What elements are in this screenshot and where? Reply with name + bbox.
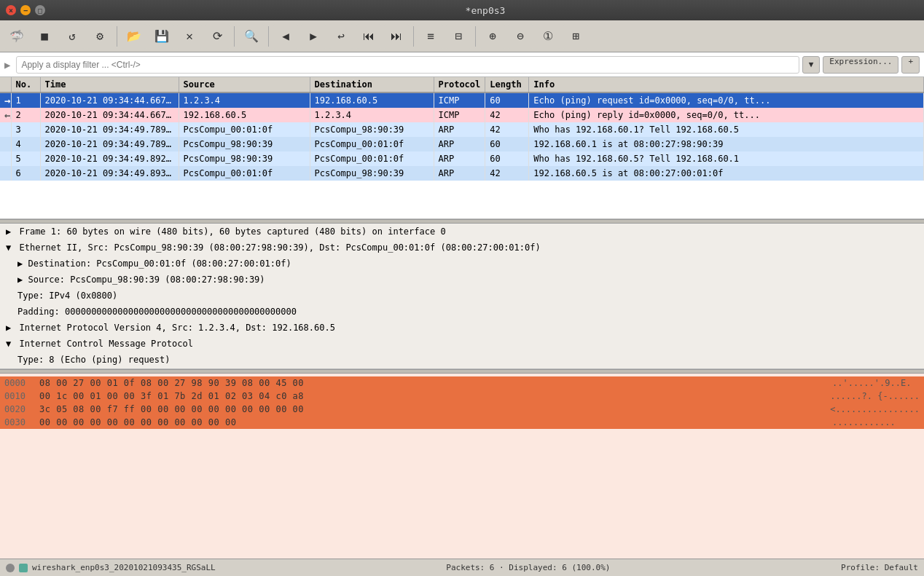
status-center: Packets: 6 · Displayed: 6 (100.0%) <box>216 563 841 572</box>
table-row[interactable]: ←22020-10-21 09:34:44.6674542...192.168.… <box>0 108 924 122</box>
hex-row: 003000 00 00 00 00 00 00 00 00 00 00 00.… <box>0 416 924 429</box>
src-cell: 1.2.3.4 <box>179 92 310 108</box>
eth-src-line: ▶ Source: PcsCompu_98:90:39 (08:00:27:98… <box>0 272 924 288</box>
proto-cell: ARP <box>434 166 485 181</box>
shark-fin-button[interactable]: 🦈 <box>4 24 29 49</box>
hex-bytes: 00 1c 00 01 00 00 3f 01 7b 2d 01 02 03 0… <box>39 391 821 401</box>
find-button[interactable]: 🔍 <box>239 24 264 49</box>
hex-bytes: 3c 05 08 00 f7 ff 00 00 00 00 00 00 00 0… <box>39 404 821 414</box>
add-filter-button[interactable]: + <box>901 56 920 74</box>
table-row[interactable]: 42020-10-21 09:34:49.7898355...PcsCompu_… <box>0 137 924 151</box>
col-length[interactable]: Length <box>485 77 529 92</box>
col-source[interactable]: Source <box>179 77 310 92</box>
autoscroll-button[interactable]: ⊟ <box>446 24 471 49</box>
packet-list: No. Time Source Destination Protocol Len… <box>0 77 924 219</box>
eth-dst-line: ▶ Destination: PcsCompu_00:01:0f (08:00:… <box>0 256 924 272</box>
frame-section[interactable]: ▶ Frame 1: 60 bytes on wire (480 bits), … <box>0 224 924 240</box>
table-row[interactable]: 52020-10-21 09:34:49.8929915...PcsCompu_… <box>0 151 924 166</box>
dst-cell: 192.168.60.5 <box>310 92 434 108</box>
info-cell: 192.168.60.5 is at 08:00:27:00:01:0f <box>529 166 924 181</box>
eth-type-text: Type: IPv4 (0x0800) <box>17 291 117 301</box>
hex-row: 00203c 05 08 00 f7 ff 00 00 00 00 00 00 … <box>0 403 924 416</box>
expression-button[interactable]: Expression... <box>823 56 898 74</box>
dropdown-button[interactable]: ▼ <box>802 56 821 74</box>
ip-section[interactable]: ▶ Internet Protocol Version 4, Src: 1.2.… <box>0 320 924 336</box>
packet-detail: ▶ Frame 1: 60 bytes on wire (480 bits), … <box>0 224 924 369</box>
time-cell: 2020-10-21 09:34:49.7896739... <box>40 122 179 137</box>
packet-table: No. Time Source Destination Protocol Len… <box>0 77 924 181</box>
forward-button[interactable]: ▶ <box>301 24 326 49</box>
status-left: wireshark_enp0s3_20201021093435_RGSaLL <box>6 563 216 572</box>
hex-offset: 0010 <box>4 391 39 401</box>
len-cell: 60 <box>485 92 529 108</box>
toolbar: 🦈 ■ ↺ ⚙ 📂 💾 ✕ ⟳ 🔍 ◀ ▶ ↩ ⏮ ⏭ ≡ ⊟ ⊕ ⊖ ① ⊞ <box>0 20 924 52</box>
hex-offset: 0030 <box>4 417 39 427</box>
proto-cell: ICMP <box>434 92 485 108</box>
len-cell: 42 <box>485 108 529 122</box>
normal-size-button[interactable]: ① <box>536 24 560 49</box>
len-cell: 60 <box>485 151 529 166</box>
hex-ascii: ......?. {-...... <box>830 391 920 401</box>
proto-cell: ARP <box>434 137 485 151</box>
back-button[interactable]: ◀ <box>273 24 298 49</box>
first-button[interactable]: ⏮ <box>356 24 381 49</box>
profile-info: Profile: Default <box>841 563 918 572</box>
table-row[interactable]: 32020-10-21 09:34:49.7896739...PcsCompu_… <box>0 122 924 137</box>
frame-text: Frame 1: 60 bytes on wire (480 bits), 60… <box>19 226 445 237</box>
reload-button[interactable]: ⟳ <box>205 24 230 49</box>
status-right: Profile: Default <box>841 563 918 572</box>
hex-bytes: 08 00 27 00 01 0f 08 00 27 98 90 39 08 0… <box>39 378 823 388</box>
hex-bytes: 00 00 00 00 00 00 00 00 00 00 00 00 <box>39 417 823 427</box>
icmp-section[interactable]: ▼ Internet Control Message Protocol <box>0 336 924 352</box>
no-cell: 5 <box>11 151 40 166</box>
col-no[interactable]: No. <box>11 77 40 92</box>
ethernet-text: Ethernet II, Src: PcsCompu_98:90:39 (08:… <box>19 242 540 253</box>
filter-icon: ▶ <box>4 59 10 71</box>
jump-button[interactable]: ↩ <box>329 24 353 49</box>
hex-ascii: <................ <box>830 404 920 414</box>
src-cell: PcsCompu_98:90:39 <box>179 137 310 151</box>
eth-src-toggle: ▶ <box>17 275 28 285</box>
minimize-window-button[interactable]: − <box>20 5 31 15</box>
eth-dst-toggle: ▶ <box>17 259 28 269</box>
settings-button[interactable]: ⚙ <box>87 24 112 49</box>
open-button[interactable]: 📂 <box>122 24 146 49</box>
maximize-window-button[interactable]: □ <box>35 5 45 15</box>
time-cell: 2020-10-21 09:34:44.6674542... <box>40 108 179 122</box>
ethernet-section[interactable]: ▼ Ethernet II, Src: PcsCompu_98:90:39 (0… <box>0 240 924 256</box>
window-controls: × − □ <box>6 5 45 15</box>
restart-button[interactable]: ↺ <box>60 24 85 49</box>
col-destination[interactable]: Destination <box>310 77 434 92</box>
time-cell: 2020-10-21 09:34:44.6674190... <box>40 92 179 108</box>
zoom-in-button[interactable]: ⊕ <box>480 24 505 49</box>
icmp-toggle: ▼ <box>6 339 11 349</box>
dst-cell: PcsCompu_98:90:39 <box>310 166 434 181</box>
last-button[interactable]: ⏭ <box>384 24 409 49</box>
dst-cell: PcsCompu_00:01:0f <box>310 151 434 166</box>
hex-dump: 000008 00 27 00 01 0f 08 00 27 98 90 39 … <box>0 374 924 559</box>
stop-button[interactable]: ■ <box>32 24 57 49</box>
close-file-button[interactable]: ✕ <box>177 24 202 49</box>
zoom-out-button[interactable]: ⊖ <box>508 24 533 49</box>
col-time[interactable]: Time <box>40 77 179 92</box>
col-protocol[interactable]: Protocol <box>434 77 485 92</box>
close-window-button[interactable]: × <box>6 5 16 15</box>
time-cell: 2020-10-21 09:34:49.8929915... <box>40 151 179 166</box>
save-button[interactable]: 💾 <box>149 24 174 49</box>
resize-columns-button[interactable]: ⊞ <box>563 24 588 49</box>
icmp-type-line: Type: 8 (Echo (ping) request) <box>0 352 924 368</box>
filter-input[interactable] <box>16 56 799 74</box>
col-info[interactable]: Info <box>529 77 924 92</box>
time-cell: 2020-10-21 09:34:49.7898355... <box>40 137 179 151</box>
table-row[interactable]: 62020-10-21 09:34:49.8930047...PcsCompu_… <box>0 166 924 181</box>
arrow-cell <box>0 137 11 151</box>
no-cell: 6 <box>11 166 40 181</box>
info-cell: Who has 192.168.60.1? Tell 192.168.60.5 <box>529 122 924 137</box>
colorize-button[interactable]: ≡ <box>418 24 443 49</box>
src-cell: PcsCompu_00:01:0f <box>179 166 310 181</box>
arrow-cell: → <box>0 92 11 108</box>
len-cell: 42 <box>485 166 529 181</box>
table-header: No. Time Source Destination Protocol Len… <box>0 77 924 92</box>
table-row[interactable]: →12020-10-21 09:34:44.6674190...1.2.3.41… <box>0 92 924 108</box>
icmp-text: Internet Control Message Protocol <box>19 339 192 349</box>
